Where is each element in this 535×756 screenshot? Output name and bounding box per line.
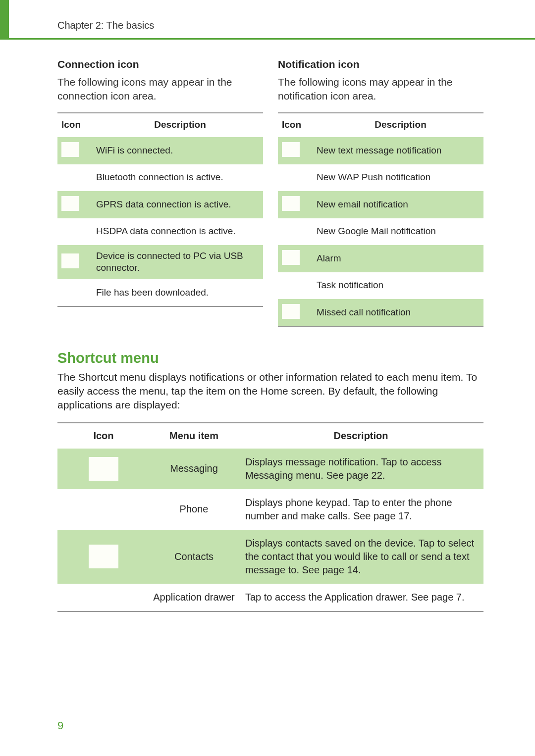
contacts-icon <box>89 545 118 568</box>
connection-table: Icon Description WiFi is connected. Blue… <box>57 112 263 307</box>
desc-cell: Displays contacts saved on the device. T… <box>242 537 480 577</box>
table-row: Contacts Displays contacts saved on the … <box>57 530 483 584</box>
two-column-layout: Connection icon The following icons may … <box>57 53 483 327</box>
table-row: GPRS data connection is active. <box>57 191 263 218</box>
icon-cell <box>282 304 317 321</box>
icon-cell <box>61 196 96 213</box>
notification-heading: Notification icon <box>278 58 483 70</box>
table-row: WiFi is connected. <box>57 137 263 164</box>
table-row: New WAP Push notification <box>278 164 483 191</box>
table-row: Bluetooth connection is active. <box>57 164 263 191</box>
menu-cell: Application drawer <box>146 592 242 603</box>
icon-cell <box>282 142 317 159</box>
header-rule <box>0 38 535 40</box>
desc-cell: Displays message notification. Tap to ac… <box>242 455 480 482</box>
usb-icon <box>61 253 79 268</box>
icon-cell <box>282 250 317 267</box>
desc-cell: Device is connected to PC via USB connec… <box>96 250 259 274</box>
desc-cell: WiFi is connected. <box>96 145 259 157</box>
gprs-icon <box>61 196 79 211</box>
col-menu: Menu item <box>146 430 242 442</box>
desc-cell: Task notification <box>317 279 480 292</box>
connection-column: Connection icon The following icons may … <box>57 53 263 327</box>
col-icon: Icon <box>61 430 146 442</box>
messaging-icon <box>89 457 118 481</box>
notification-intro: The following icons may appear in the no… <box>278 75 483 103</box>
table-row: New text message notification <box>278 137 483 164</box>
table-row: Task notification <box>278 272 483 299</box>
icon-cell <box>61 142 96 159</box>
desc-cell: New email notification <box>317 199 480 211</box>
email-icon <box>282 196 300 211</box>
table-row: Phone Displays phone keypad. Tap to ente… <box>57 489 483 530</box>
table-row: New email notification <box>278 191 483 218</box>
table-head: Icon Menu item Description <box>57 423 483 449</box>
desc-cell: New WAP Push notification <box>317 171 480 184</box>
menu-cell: Contacts <box>146 551 242 562</box>
wifi-icon <box>61 142 79 157</box>
desc-cell: Bluetooth connection is active. <box>96 171 259 184</box>
col-description: Description <box>242 430 480 442</box>
col-icon: Icon <box>282 119 321 130</box>
page-header: Chapter 2: The basics <box>57 20 490 40</box>
side-accent-bar <box>0 0 9 40</box>
shortcut-body: The Shortcut menu displays notifications… <box>57 370 483 412</box>
table-row: HSDPA data connection is active. <box>57 218 263 245</box>
menu-cell: Messaging <box>146 463 242 474</box>
table-row: Application drawer Tap to access the App… <box>57 584 483 611</box>
desc-cell: Tap to access the Application drawer. Se… <box>242 591 480 604</box>
desc-cell: File has been downloaded. <box>96 287 259 299</box>
menu-cell: Phone <box>146 504 242 515</box>
page-number: 9 <box>57 719 63 732</box>
connection-intro: The following icons may appear in the co… <box>57 75 263 103</box>
desc-cell: Missed call notification <box>317 306 480 319</box>
alarm-icon <box>282 250 300 265</box>
icon-cell <box>61 457 146 481</box>
table-row: Missed call notification <box>278 299 483 326</box>
col-icon: Icon <box>61 119 101 130</box>
connection-heading: Connection icon <box>57 58 263 70</box>
shortcut-heading: Shortcut menu <box>57 350 483 366</box>
table-row: Alarm <box>278 245 483 272</box>
table-row: Device is connected to PC via USB connec… <box>57 245 263 279</box>
desc-cell: New text message notification <box>317 145 480 157</box>
table-head: Icon Description <box>57 113 263 137</box>
desc-cell: Displays phone keypad. Tap to enter the … <box>242 496 480 523</box>
icon-cell <box>61 253 96 271</box>
table-head: Icon Description <box>278 113 483 137</box>
icon-cell <box>282 196 317 213</box>
table-row: File has been downloaded. <box>57 279 263 306</box>
desc-cell: GPRS data connection is active. <box>96 199 259 211</box>
missed-call-icon <box>282 304 300 319</box>
table-row: Messaging Displays message notification.… <box>57 449 483 489</box>
notification-column: Notification icon The following icons ma… <box>278 53 483 327</box>
chapter-label: Chapter 2: The basics <box>57 20 490 35</box>
notification-table: Icon Description New text message notifi… <box>278 112 483 327</box>
desc-cell: HSDPA data connection is active. <box>96 225 259 238</box>
icon-cell <box>61 545 146 568</box>
page-content: Connection icon The following icons may … <box>57 53 483 612</box>
sms-icon <box>282 142 300 157</box>
col-description: Description <box>101 119 259 130</box>
desc-cell: New Google Mail notification <box>317 225 480 238</box>
desc-cell: Alarm <box>317 252 480 265</box>
col-description: Description <box>321 119 480 130</box>
shortcut-table: Icon Menu item Description Messaging Dis… <box>57 422 483 612</box>
table-row: New Google Mail notification <box>278 218 483 245</box>
